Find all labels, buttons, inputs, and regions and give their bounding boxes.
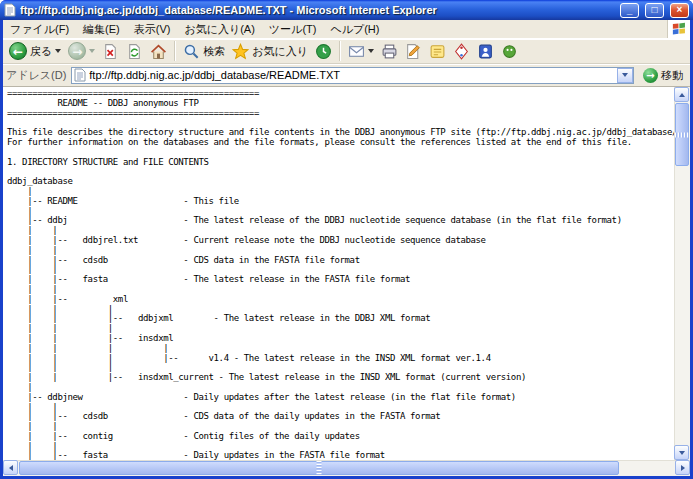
favorites-button[interactable]: お気に入り (229, 40, 311, 62)
discuss-button[interactable] (426, 40, 449, 62)
mail-dropdown-icon (368, 49, 374, 53)
favorites-label: お気に入り (252, 44, 308, 59)
forward-dropdown-icon (89, 49, 95, 53)
go-arrow-icon: → (643, 68, 658, 83)
favorites-star-icon (232, 43, 249, 60)
search-label: 検索 (203, 44, 225, 59)
windows-logo-icon (672, 22, 686, 36)
horizontal-scrollbar[interactable] (3, 460, 690, 476)
home-button[interactable] (147, 40, 170, 62)
discuss-icon (429, 43, 446, 60)
mail-button[interactable] (345, 40, 377, 62)
menu-bar: ファイル(F) 編集(E) 表示(V) お気に入り(A) ツール(T) ヘルプ(… (3, 20, 690, 39)
back-label: 戻る (30, 44, 52, 59)
menu-item-help[interactable]: ヘルプ(H) (323, 20, 386, 38)
title-bar: ftp://ftp.ddbj.nig.ac.jp/ddbj_database/R… (0, 0, 693, 20)
menu-item-edit[interactable]: 編集(E) (76, 20, 127, 38)
page-icon (74, 68, 86, 82)
vertical-scrollbar[interactable] (674, 87, 690, 460)
research-button[interactable] (450, 40, 473, 62)
search-button[interactable]: 検索 (180, 40, 228, 62)
refresh-icon (126, 43, 143, 60)
arrow-up-icon (679, 93, 685, 97)
back-dropdown-icon (55, 49, 61, 53)
menu-item-favorites[interactable]: お気に入り(A) (177, 20, 261, 38)
refresh-button[interactable] (123, 40, 146, 62)
scroll-left-button[interactable] (3, 460, 18, 475)
toolbar: ← 戻る → (3, 39, 690, 64)
thumb-grip (317, 461, 322, 475)
arrow-right-icon (681, 465, 685, 471)
maximize-button[interactable]: □ (645, 3, 664, 18)
window-title: ftp://ftp.ddbj.nig.ac.jp/ddbj_database/R… (20, 4, 614, 16)
scroll-right-button[interactable] (675, 460, 690, 475)
chevron-down-icon (622, 73, 628, 77)
throbber (667, 20, 690, 38)
thumb-grip (675, 132, 689, 137)
messenger-button[interactable] (474, 40, 497, 62)
forward-button[interactable]: → (65, 40, 98, 62)
address-bar: アドレス(D) → 移動 (3, 64, 690, 87)
address-input[interactable] (89, 69, 614, 81)
print-button[interactable] (378, 40, 401, 62)
forward-icon: → (68, 42, 86, 60)
address-input-box (71, 67, 634, 84)
minimize-button[interactable]: _ (620, 3, 639, 18)
edit-button[interactable] (402, 40, 425, 62)
go-button[interactable]: → 移動 (639, 68, 687, 83)
address-dropdown-button[interactable] (617, 68, 633, 83)
readme-text: ========================================… (7, 89, 687, 461)
back-icon: ← (9, 42, 27, 60)
scroll-down-button[interactable] (674, 445, 689, 460)
menu-spacer (386, 20, 667, 38)
back-button[interactable]: ← 戻る (6, 40, 64, 62)
address-label: アドレス(D) (6, 68, 66, 83)
scroll-up-button[interactable] (674, 87, 689, 102)
history-icon (315, 43, 332, 60)
menu-item-tools[interactable]: ツール(T) (262, 20, 324, 38)
stop-icon (102, 43, 119, 60)
print-icon (381, 43, 398, 60)
document-icon (4, 3, 16, 17)
page-content: ========================================… (3, 87, 690, 476)
browser-window: ftp://ftp.ddbj.nig.ac.jp/ddbj_database/R… (0, 0, 693, 479)
menu-item-file[interactable]: ファイル(F) (3, 20, 76, 38)
toolbar-separator (339, 41, 341, 61)
menu-item-view[interactable]: 表示(V) (127, 20, 178, 38)
horizontal-scroll-thumb[interactable] (19, 461, 619, 475)
close-button[interactable]: × (670, 3, 689, 18)
arrow-left-icon (9, 465, 13, 471)
history-button[interactable] (312, 40, 335, 62)
mail-icon (348, 43, 365, 60)
arrow-down-icon (679, 451, 685, 455)
edit-icon (405, 43, 422, 60)
messenger-icon (477, 43, 494, 60)
toolbar-separator (174, 41, 176, 61)
kite-diamond-icon (453, 43, 470, 60)
green-tool-icon (501, 43, 518, 60)
search-icon (183, 43, 200, 60)
stop-button[interactable] (99, 40, 122, 62)
go-label: 移動 (661, 68, 683, 83)
extra-tool-button[interactable] (498, 40, 521, 62)
vertical-scroll-thumb[interactable] (675, 103, 689, 166)
home-icon (150, 43, 167, 60)
